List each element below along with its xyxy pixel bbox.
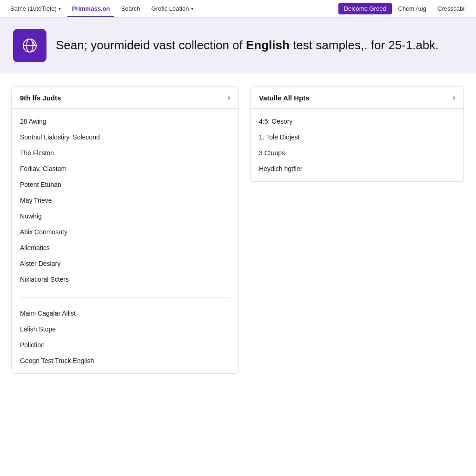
list-item[interactable]: Nixiatioral Scters xyxy=(12,271,238,287)
hero-text: Sean; yourmideid vast collection of Engl… xyxy=(56,37,439,53)
left-panel-header[interactable]: 9th lfs Judts › xyxy=(12,87,238,109)
navbar: Same (1utéTlele) ▾ Primmass.on Search Gr… xyxy=(0,0,476,18)
hero-title-bold: English xyxy=(246,38,290,52)
left-panel-title: 9th lfs Judts xyxy=(20,94,61,102)
hero-title-start: Sean; yourmideid vast collection of xyxy=(56,38,246,52)
list-item[interactable]: Forliav, Clastam xyxy=(12,161,238,177)
left-panel-arrow-icon[interactable]: › xyxy=(228,93,230,102)
list-item[interactable]: Heydich hgtfler xyxy=(251,161,463,177)
left-panel: 9th lfs Judts › 28 Awing Sontnul Lialost… xyxy=(11,86,239,374)
list-item[interactable]: Lalish Stope xyxy=(12,321,238,337)
left-panel-list: 28 Awing Sontnul Lialostiry, Solecond Th… xyxy=(12,109,238,292)
list-item[interactable]: Geogn Test Truck English xyxy=(12,353,238,369)
list-item[interactable]: Alster Deslary xyxy=(12,256,238,271)
list-item[interactable]: Maim Cagalar Ailist xyxy=(12,305,238,321)
list-item[interactable]: 28 Awing xyxy=(12,113,238,129)
list-item[interactable]: 4:5: Oesory xyxy=(251,113,463,129)
nav-label-search: Search xyxy=(121,5,140,12)
nav-item-same[interactable]: Same (1utéTlele) ▾ xyxy=(6,0,66,17)
chevron-down-icon: ▾ xyxy=(59,6,61,11)
list-item[interactable]: Allematics xyxy=(12,240,238,256)
highlight-button[interactable]: Delcome Greed xyxy=(338,3,392,14)
nav-label-cresscabil: Cresscabil xyxy=(437,5,466,12)
globe-refresh-icon xyxy=(20,36,40,55)
left-panel-secondary-list: Maim Cagalar Ailist Lalish Stope Policti… xyxy=(12,304,238,373)
right-panel-card: Vatulle All Hpts › 4:5: Oesory 1. Tole D… xyxy=(250,86,464,182)
nav-item-cresscabil[interactable]: Cresscabil xyxy=(433,0,470,17)
nav-item-search[interactable]: Search xyxy=(116,0,145,17)
nav-item-grofic[interactable]: Grofic Leation ▾ xyxy=(147,0,198,17)
hero-title-end: test samples,. for 25-1.abk. xyxy=(290,38,439,52)
list-item[interactable]: 3 Ctuups xyxy=(251,145,463,161)
hero-icon-container xyxy=(13,29,46,62)
list-item[interactable]: Potent Etunan xyxy=(12,177,238,192)
right-panel-title: Vatulle All Hpts xyxy=(259,94,310,102)
nav-label-same: Same (1utéTlele) xyxy=(10,5,57,12)
right-panel-list: 4:5: Oesory 1. Tole Diojest 3 Ctuups Hey… xyxy=(251,109,463,181)
nav-item-primmass[interactable]: Primmass.on xyxy=(67,0,115,17)
left-panel-card: 9th lfs Judts › 28 Awing Sontnul Lialost… xyxy=(11,86,239,374)
nav-label-grofic: Grofic Leation xyxy=(152,5,189,12)
list-item[interactable]: May Trieve xyxy=(12,192,238,208)
right-panel: Vatulle All Hpts › 4:5: Oesory 1. Tole D… xyxy=(250,86,464,374)
list-item[interactable]: The Flcston xyxy=(12,145,238,161)
nav-label-primmass: Primmass.on xyxy=(72,5,110,12)
list-item[interactable]: Sontnul Lialostiry, Solecond xyxy=(12,129,238,145)
right-panel-arrow-icon[interactable]: › xyxy=(453,93,455,102)
nav-label-chem: Chem Aug xyxy=(398,5,427,12)
chevron-down-icon-grofic: ▾ xyxy=(191,6,193,11)
right-panel-header[interactable]: Vatulle All Hpts › xyxy=(251,87,463,109)
nav-item-chem[interactable]: Chem Aug xyxy=(394,0,431,17)
list-item[interactable]: Nowhig xyxy=(12,208,238,224)
panel-divider xyxy=(20,298,230,298)
list-item[interactable]: Abix Conmosuty xyxy=(12,224,238,240)
main-content: 9th lfs Judts › 28 Awing Sontnul Lialost… xyxy=(0,73,476,387)
list-item[interactable]: 1. Tole Diojest xyxy=(251,129,463,145)
hero-banner: Sean; yourmideid vast collection of Engl… xyxy=(0,18,476,73)
list-item[interactable]: Poliction xyxy=(12,337,238,353)
